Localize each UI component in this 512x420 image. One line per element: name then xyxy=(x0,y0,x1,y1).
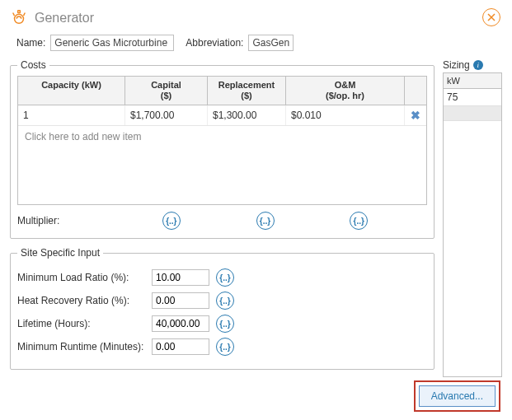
costs-body: 1 $1,700.00 $1,300.00 $0.010 Click here … xyxy=(18,105,426,204)
advanced-button[interactable]: Advanced... xyxy=(419,385,496,407)
footer: Advanced... xyxy=(414,380,500,412)
col-delete xyxy=(405,77,426,105)
multiplier-replacement-button[interactable]: {..} xyxy=(256,212,275,230)
min-runtime-sensitivity-button[interactable]: {..} xyxy=(216,338,234,356)
costs-header-row: Capacity (kW) Capital ($) Replacement ($… xyxy=(18,77,426,105)
min-load-label: Minimum Load Ratio (%): xyxy=(17,272,145,283)
multiplier-row: Multiplier: {..} {..} {..} xyxy=(17,212,427,230)
min-runtime-input[interactable] xyxy=(152,338,209,355)
lifetime-label: Lifetime (Hours): xyxy=(17,318,145,329)
multiplier-capital-button[interactable]: {..} xyxy=(162,212,181,230)
min-load-input[interactable] xyxy=(152,269,209,286)
window-title: Generator xyxy=(35,11,94,26)
col-om[interactable]: O&M ($/op. hr) xyxy=(286,77,405,105)
close-button[interactable] xyxy=(482,8,500,26)
multiplier-label: Multiplier: xyxy=(17,215,124,226)
site-specific-fieldset: Site Specific Input Minimum Load Ratio (… xyxy=(10,247,434,370)
generator-window: Generator Name: Abbreviation: Costs Capa… xyxy=(0,0,512,420)
costs-fieldset: Costs Capacity (kW) Capital ($) Replacem… xyxy=(10,59,434,239)
advanced-highlight: Advanced... xyxy=(414,380,500,412)
delete-row-icon[interactable] xyxy=(411,109,420,122)
sizing-list[interactable]: kW 75 xyxy=(443,72,502,377)
min-runtime-label: Minimum Runtime (Minutes): xyxy=(17,341,145,352)
costs-table: Capacity (kW) Capital ($) Replacement ($… xyxy=(17,76,427,205)
titlebar: Generator xyxy=(10,7,502,30)
col-replacement[interactable]: Replacement ($) xyxy=(208,77,286,105)
add-row-hint[interactable]: Click here to add new item xyxy=(18,126,426,147)
col-capital[interactable]: Capital ($) xyxy=(125,77,208,105)
name-label: Name: xyxy=(16,37,45,49)
table-row[interactable]: 1 $1,700.00 $1,300.00 $0.010 xyxy=(18,105,426,126)
lifetime-input[interactable] xyxy=(152,315,209,332)
site-legend: Site Specific Input xyxy=(17,247,103,259)
heat-recovery-sensitivity-button[interactable]: {..} xyxy=(216,292,234,310)
min-load-sensitivity-button[interactable]: {..} xyxy=(216,268,234,287)
generator-icon xyxy=(10,8,28,29)
cell-om[interactable]: $0.010 xyxy=(286,105,405,125)
svg-rect-1 xyxy=(18,10,21,12)
abbr-input[interactable] xyxy=(248,35,294,51)
sizing-panel: Sizing i kW 75 xyxy=(443,59,502,377)
sizing-empty-row[interactable] xyxy=(444,106,501,121)
multiplier-om-button[interactable]: {..} xyxy=(350,212,368,230)
abbr-label: Abbreviation: xyxy=(186,37,243,49)
svg-point-0 xyxy=(15,14,24,23)
sizing-unit-header[interactable]: kW xyxy=(444,73,501,89)
name-input[interactable] xyxy=(50,35,174,51)
heat-recovery-input[interactable] xyxy=(152,292,209,309)
cell-replacement[interactable]: $1,300.00 xyxy=(208,105,286,125)
col-capacity[interactable]: Capacity (kW) xyxy=(18,77,125,105)
lifetime-sensitivity-button[interactable]: {..} xyxy=(216,315,234,333)
cell-capital[interactable]: $1,700.00 xyxy=(125,105,208,125)
heat-recovery-label: Heat Recovery Ratio (%): xyxy=(17,295,145,306)
costs-legend: Costs xyxy=(17,59,49,71)
sizing-label: Sizing xyxy=(443,59,470,71)
identity-row: Name: Abbreviation: xyxy=(16,35,502,51)
sizing-value[interactable]: 75 xyxy=(444,89,501,106)
cell-capacity[interactable]: 1 xyxy=(18,105,125,125)
info-icon[interactable]: i xyxy=(473,60,483,70)
